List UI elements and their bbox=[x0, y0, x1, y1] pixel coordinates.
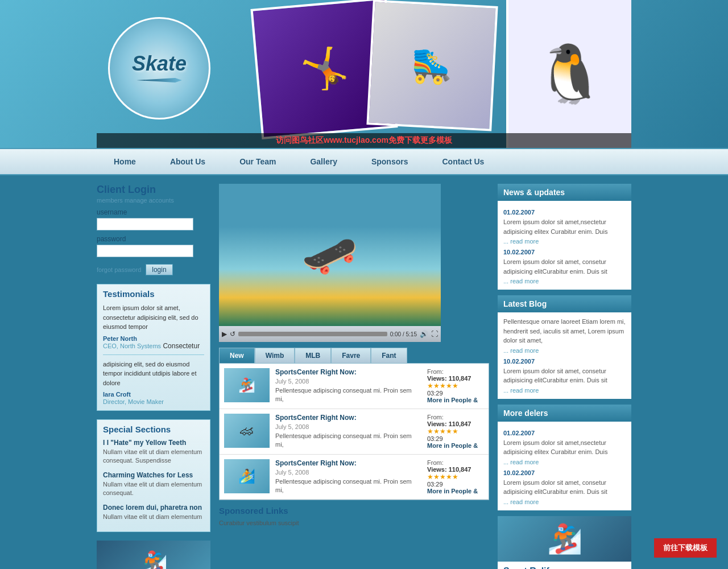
special-link-1[interactable]: I I "Hate" my Yellow Teeth bbox=[103, 439, 204, 447]
testimonials-title: Testimonials bbox=[103, 289, 204, 299]
blog-content: Pellentesque ornare laoreet Etiam lorem … bbox=[498, 312, 631, 399]
video-meta-1: From: Views: 110,847 ★★★★★ 03:29 More in… bbox=[427, 368, 484, 404]
blog-box: Latest Blog Pellentesque ornare laoreet … bbox=[498, 295, 631, 399]
video-info-2: SportsCenter Right Now: July 5, 2008 Pel… bbox=[275, 414, 421, 450]
username-input[interactable] bbox=[97, 218, 193, 230]
delers-readmore-2[interactable]: ... read more bbox=[503, 498, 539, 505]
nav-item-about[interactable]: About Us bbox=[153, 149, 222, 174]
tab-wimb[interactable]: Wimb bbox=[255, 348, 295, 363]
video-meta-3: From: Views: 110,847 ★★★★★ 03:29 More in… bbox=[427, 459, 484, 495]
header-photo-2: 🛼 bbox=[366, 0, 498, 131]
video-tabs: New Wimb MLB Favre Fant bbox=[219, 348, 489, 363]
sponsored-text: Curabitur vestibulum suscipit bbox=[219, 518, 489, 528]
video-thumb-2: 🏎 bbox=[224, 414, 270, 448]
more-delers-header: More delers bbox=[498, 405, 631, 422]
from-label-1: From: bbox=[427, 368, 484, 375]
password-input[interactable] bbox=[97, 245, 193, 257]
snowboarder-icon: 🏂 bbox=[547, 522, 582, 555]
news-readmore-2[interactable]: ... read more bbox=[503, 278, 539, 284]
sponsored-section: Sponsored Links Curabitur vestibulum sus… bbox=[219, 506, 489, 528]
special-text-2: Nullam vitae elit ut diam elementum cons… bbox=[103, 480, 204, 498]
time-current: 0:00 bbox=[390, 331, 401, 337]
news-header: News & updates bbox=[498, 184, 631, 201]
video-desc-1: Pellentesque adipiscing consequat mi. Pr… bbox=[275, 386, 421, 404]
delers-text-2: Lorem ipsum dolor sit amet, consetur adi… bbox=[503, 478, 626, 497]
tab-favre[interactable]: Favre bbox=[331, 348, 371, 363]
tab-new[interactable]: New bbox=[219, 348, 255, 363]
more-delers-box: More delers 01.02.2007 Lorem ipsum dolor… bbox=[498, 405, 631, 510]
nav-item-team[interactable]: Our Team bbox=[222, 149, 293, 174]
main-content: Client Login members manage accounts use… bbox=[97, 175, 631, 569]
news-content: 01.02.2007 Lorem ipsum dolor sit amet,ns… bbox=[498, 201, 631, 290]
testimonial-2-role[interactable]: Director, Movie Maker bbox=[103, 398, 164, 405]
testimonial-2-text: adipisicing elit, sed do eiusmod tempor … bbox=[103, 360, 204, 388]
testimonial-1-text: Lorem ipsum dolor sit amet, consectetur … bbox=[103, 303, 204, 332]
download-template-button[interactable]: 前往下载模板 bbox=[654, 538, 717, 558]
nav-item-home[interactable]: Home bbox=[97, 149, 153, 174]
special-item-3: Donec lorem dui, pharetra non Nullam vit… bbox=[103, 504, 204, 521]
delers-readmore-1[interactable]: ... read more bbox=[503, 459, 539, 465]
tab-mlb[interactable]: MLB bbox=[295, 348, 331, 363]
site-header: Skate 🤸 🛼 🐧 访问图鸟社区www.tucjlao.com免费下载更多模… bbox=[0, 0, 728, 148]
news-text-2: Lorem ipsum dolor sit amet, consetur adi… bbox=[503, 257, 626, 276]
video-date-3: July 5, 2008 bbox=[275, 469, 421, 476]
fullscreen-button[interactable]: ⛶ bbox=[431, 330, 438, 338]
login-button[interactable]: login bbox=[146, 264, 172, 275]
video-item-2: 🏎 SportsCenter Right Now: July 5, 2008 P… bbox=[220, 409, 489, 455]
forgot-password-link[interactable]: forgot password bbox=[97, 266, 141, 273]
special-link-3[interactable]: Donec lorem dui, pharetra non bbox=[103, 504, 204, 512]
video-player: 🛹 ▶ ↺ 0:00 / 5:15 🔊 ⛶ bbox=[219, 184, 441, 342]
more-1[interactable]: More in People & bbox=[427, 397, 484, 403]
nav-item-sponsors[interactable]: Sponsors bbox=[354, 149, 425, 174]
blog-text-1: Pellentesque ornare laoreet Etiam lorem … bbox=[503, 317, 626, 345]
delers-date-1: 01.02.2007 bbox=[503, 430, 626, 436]
testimonial-2-author: Iara Croft bbox=[103, 391, 204, 398]
special-sections-title: Special Sections bbox=[103, 424, 204, 434]
play-button[interactable]: ▶ bbox=[222, 330, 227, 338]
from-label-3: From: bbox=[427, 459, 484, 466]
nav-item-contact[interactable]: Contact Us bbox=[425, 149, 502, 174]
blog-text-2: Lorem ipsum dolor sit amet, consetur adi… bbox=[503, 366, 626, 385]
special-text-3: Nullam vitae elit ut diam elementum bbox=[103, 513, 204, 521]
video-list: 🏂 SportsCenter Right Now: July 5, 2008 P… bbox=[219, 363, 489, 500]
special-text-1: Nullam vitae elit ut diam elementum cons… bbox=[103, 448, 204, 465]
progress-bar[interactable] bbox=[238, 332, 387, 336]
client-login-box: Client Login members manage accounts use… bbox=[97, 184, 210, 275]
blog-readmore-1[interactable]: ... read more bbox=[503, 347, 539, 354]
login-title: Client Login bbox=[97, 184, 210, 196]
password-label: password bbox=[97, 235, 210, 243]
views-1: Views: 110,847 bbox=[427, 375, 484, 382]
more-2[interactable]: More in People & bbox=[427, 442, 484, 449]
more-3[interactable]: More in People & bbox=[427, 488, 484, 494]
video-title-2[interactable]: SportsCenter Right Now: bbox=[275, 414, 421, 422]
tab-fant[interactable]: Fant bbox=[371, 348, 407, 363]
testimonial-1-extra: Consectetur bbox=[163, 342, 200, 350]
testimonials-box: Testimonials Lorem ipsum dolor sit amet,… bbox=[97, 284, 210, 411]
duration-2: 03:29 bbox=[427, 435, 484, 442]
news-date-2: 10.02.2007 bbox=[503, 249, 626, 255]
testimonial-1-role[interactable]: CEO, North Systems bbox=[103, 343, 161, 349]
sport-relife-box: 🏂 Sport Relife Maecenas ultricie . bbox=[498, 516, 631, 570]
video-item-3: 🏄 SportsCenter Right Now: July 5, 2008 P… bbox=[220, 455, 489, 500]
username-label: username bbox=[97, 208, 210, 216]
video-controls: ▶ ↺ 0:00 / 5:15 🔊 ⛶ bbox=[219, 326, 441, 342]
testimonial-1-author: Peter North bbox=[103, 335, 204, 342]
logo-text: Skate bbox=[132, 52, 187, 76]
video-screen: 🛹 bbox=[219, 184, 441, 326]
news-readmore-1[interactable]: ... read more bbox=[503, 238, 539, 245]
special-link-2[interactable]: Charming Watches for Less bbox=[103, 471, 204, 479]
header-photo-collage: 🤸 🛼 🐧 bbox=[222, 0, 631, 148]
blog-readmore-2[interactable]: ... read more bbox=[503, 387, 539, 394]
blog-header: Latest Blog bbox=[498, 295, 631, 312]
video-desc-2: Pellentesque adipiscing consequat mi. Pr… bbox=[275, 432, 421, 450]
rewind-button[interactable]: ↺ bbox=[230, 330, 235, 338]
nav-item-gallery[interactable]: Gallery bbox=[293, 149, 354, 174]
video-thumb-1: 🏂 bbox=[224, 368, 270, 402]
logo[interactable]: Skate bbox=[108, 17, 210, 119]
login-subtitle: members manage accounts bbox=[97, 197, 210, 204]
video-date-1: July 5, 2008 bbox=[275, 378, 421, 385]
video-title-1[interactable]: SportsCenter Right Now: bbox=[275, 368, 421, 376]
volume-button[interactable]: 🔊 bbox=[420, 330, 428, 338]
stars-3: ★★★★★ bbox=[427, 473, 484, 481]
video-title-3[interactable]: SportsCenter Right Now: bbox=[275, 459, 421, 467]
